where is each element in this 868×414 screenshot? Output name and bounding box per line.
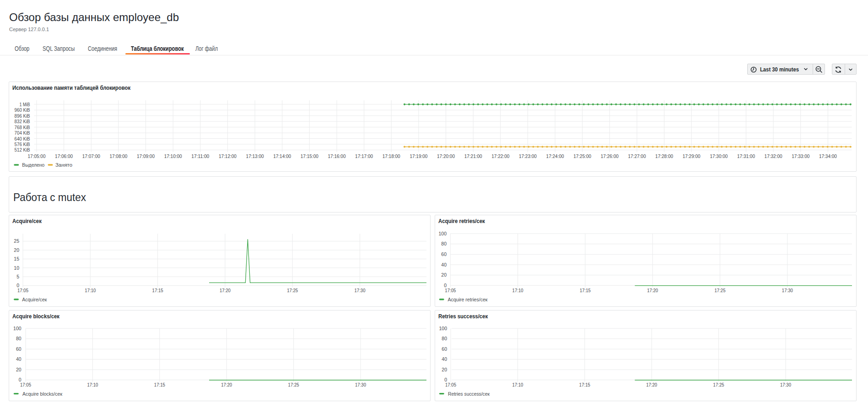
svg-text:17:20:00: 17:20:00 <box>437 154 455 159</box>
svg-text:60: 60 <box>441 251 447 257</box>
svg-text:20: 20 <box>441 272 447 278</box>
svg-text:17:15: 17:15 <box>580 288 591 293</box>
svg-text:17:19:00: 17:19:00 <box>410 154 427 159</box>
svg-text:Acquire/сек: Acquire/сек <box>22 297 47 302</box>
svg-text:17:25: 17:25 <box>288 382 299 387</box>
svg-text:100: 100 <box>438 231 447 236</box>
svg-text:17:15:00: 17:15:00 <box>301 154 318 159</box>
svg-text:17:21:00: 17:21:00 <box>464 154 482 159</box>
svg-text:1 MiB: 1 MiB <box>20 102 30 107</box>
svg-text:40: 40 <box>442 356 447 362</box>
svg-text:17:09:00: 17:09:00 <box>137 154 155 159</box>
svg-text:10: 10 <box>14 265 19 271</box>
svg-text:17:25: 17:25 <box>287 288 298 293</box>
svg-text:20: 20 <box>442 367 447 372</box>
svg-text:80: 80 <box>441 241 447 246</box>
svg-text:17:26:00: 17:26:00 <box>601 154 619 159</box>
svg-text:17:13:00: 17:13:00 <box>246 154 264 159</box>
svg-text:40: 40 <box>16 356 22 362</box>
svg-text:20: 20 <box>16 367 22 372</box>
svg-text:5: 5 <box>16 274 19 279</box>
svg-text:17:20: 17:20 <box>646 382 657 387</box>
svg-text:17:30:00: 17:30:00 <box>710 154 728 159</box>
svg-text:17:16:00: 17:16:00 <box>328 154 346 159</box>
svg-text:896 KiB: 896 KiB <box>15 113 30 119</box>
svg-text:40: 40 <box>441 262 447 267</box>
svg-text:100: 100 <box>439 326 447 331</box>
svg-text:17:08:00: 17:08:00 <box>109 154 127 159</box>
svg-text:17:12:00: 17:12:00 <box>219 154 237 159</box>
svg-text:17:30: 17:30 <box>355 288 366 293</box>
svg-text:17:30: 17:30 <box>782 288 793 293</box>
svg-text:17:28:00: 17:28:00 <box>655 154 673 159</box>
svg-text:17:20: 17:20 <box>647 288 658 293</box>
svg-text:17:05: 17:05 <box>445 382 456 387</box>
svg-text:17:30: 17:30 <box>355 382 366 387</box>
svg-text:17:33:00: 17:33:00 <box>792 154 809 159</box>
svg-text:17:17:00: 17:17:00 <box>355 154 373 159</box>
svg-text:17:15: 17:15 <box>154 382 165 387</box>
svg-text:17:23:00: 17:23:00 <box>519 154 537 159</box>
svg-text:17:07:00: 17:07:00 <box>82 154 100 159</box>
svg-text:17:25: 17:25 <box>713 382 724 387</box>
svg-text:20: 20 <box>14 247 19 253</box>
svg-text:512 KiB: 512 KiB <box>15 147 30 153</box>
svg-text:17:20: 17:20 <box>220 288 231 293</box>
svg-text:17:22:00: 17:22:00 <box>491 154 509 159</box>
svg-text:100: 100 <box>13 326 22 331</box>
svg-text:17:05: 17:05 <box>445 288 456 293</box>
svg-text:17:10:00: 17:10:00 <box>164 154 182 159</box>
svg-text:80: 80 <box>16 336 22 341</box>
svg-text:17:14:00: 17:14:00 <box>273 154 291 159</box>
svg-text:960 KiB: 960 KiB <box>15 107 30 113</box>
svg-text:Занято: Занято <box>55 162 72 168</box>
svg-text:17:20: 17:20 <box>221 382 232 387</box>
svg-text:17:05: 17:05 <box>17 288 28 293</box>
svg-text:17:32:00: 17:32:00 <box>765 154 782 159</box>
svg-text:17:15: 17:15 <box>579 382 590 387</box>
svg-text:80: 80 <box>442 336 447 341</box>
svg-text:17:25:00: 17:25:00 <box>573 154 591 159</box>
svg-text:17:30: 17:30 <box>780 382 791 387</box>
svg-text:17:34:00: 17:34:00 <box>819 154 837 159</box>
svg-text:Acquire retries/сек: Acquire retries/сек <box>448 297 488 302</box>
svg-text:Retries success/сек: Retries success/сек <box>448 391 490 397</box>
svg-text:17:05:00: 17:05:00 <box>28 154 46 159</box>
svg-text:15: 15 <box>14 256 19 261</box>
svg-text:17:11:00: 17:11:00 <box>191 154 209 159</box>
svg-text:640 KiB: 640 KiB <box>15 136 30 142</box>
svg-text:17:10: 17:10 <box>87 382 98 387</box>
svg-text:832 KiB: 832 KiB <box>15 119 30 124</box>
svg-text:768 KiB: 768 KiB <box>15 125 30 130</box>
svg-text:25: 25 <box>14 238 19 244</box>
svg-text:17:05: 17:05 <box>20 382 31 387</box>
svg-text:17:10: 17:10 <box>512 288 523 293</box>
svg-text:60: 60 <box>16 346 22 352</box>
svg-text:17:06:00: 17:06:00 <box>55 154 73 159</box>
svg-text:17:10: 17:10 <box>85 288 96 293</box>
svg-text:704 KiB: 704 KiB <box>15 130 30 136</box>
svg-text:60: 60 <box>442 346 447 352</box>
svg-text:Выделено: Выделено <box>22 162 44 168</box>
svg-text:17:18:00: 17:18:00 <box>383 154 400 159</box>
svg-text:17:25: 17:25 <box>715 288 726 293</box>
svg-text:576 KiB: 576 KiB <box>15 142 30 147</box>
svg-text:17:24:00: 17:24:00 <box>546 154 564 159</box>
svg-text:17:15: 17:15 <box>152 288 163 293</box>
svg-text:17:31:00: 17:31:00 <box>737 154 755 159</box>
svg-text:17:10: 17:10 <box>512 382 523 387</box>
svg-text:17:29:00: 17:29:00 <box>683 154 701 159</box>
svg-text:Acquire blocks/сек: Acquire blocks/сек <box>22 391 63 397</box>
svg-text:17:27:00: 17:27:00 <box>628 154 646 159</box>
